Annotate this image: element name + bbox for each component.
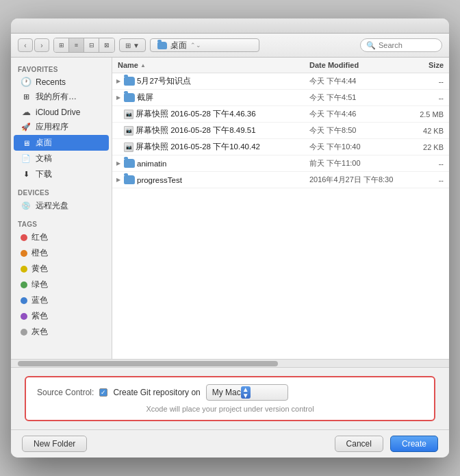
tag-dot-purple (21, 313, 27, 320)
file-name: 屏幕快照 2016-05-28 下午8.49.51 (136, 125, 256, 136)
sidebar-item-tag-green[interactable]: 绿色 (14, 277, 109, 292)
file-list: Name ▲ Date Modified Size ▶ 5月27号知识点 今天 … (112, 58, 449, 359)
icon-view-button[interactable]: ⊞ (54, 38, 69, 52)
location-selector[interactable]: 桌面 ⌃⌄ (150, 38, 259, 52)
tag-dot-red (21, 234, 27, 241)
table-row[interactable]: ▶ progressTest 2016年4月27日 下午8:30 -- (112, 172, 449, 188)
checkbox-check-icon: ✓ (101, 390, 106, 396)
source-control-row: Source Control: ✓ Create Git repository … (37, 384, 423, 401)
col-size-header[interactable]: Size (413, 60, 449, 71)
file-name: animatin (137, 160, 166, 168)
list-view-button[interactable]: ≡ (69, 38, 84, 52)
git-checkbox[interactable]: ✓ (99, 388, 107, 397)
tag-dot-green (21, 281, 27, 288)
file-list-header: Name ▲ Date Modified Size (112, 58, 449, 73)
new-folder-button[interactable]: New Folder (22, 436, 87, 452)
tag-dot-orange (21, 250, 27, 257)
action-button[interactable]: ⊞ ▼ (119, 38, 146, 52)
file-name-cell: 📷 屏幕快照 2016-05-28 下午10.40.42 (112, 140, 304, 153)
file-name: 截屏 (137, 92, 153, 103)
tag-label: 黄色 (31, 263, 48, 275)
all-files-icon: ⊞ (21, 92, 31, 101)
back-button[interactable]: ‹ (18, 38, 33, 52)
folder-icon (124, 175, 135, 184)
table-row[interactable]: 📷 屏幕快照 2016-05-28 下午10.40.42 今天 下午10:40 … (112, 139, 449, 155)
file-date: 前天 下午11:00 (304, 157, 413, 170)
file-date: 今天 下午4:51 (304, 91, 413, 104)
column-view-button[interactable]: ⊟ (84, 38, 99, 52)
location-label: 桌面 (170, 40, 187, 51)
location-folder-icon (157, 42, 167, 49)
sidebar-item-tag-blue[interactable]: 蓝色 (14, 292, 109, 308)
forward-button[interactable]: › (34, 38, 49, 52)
file-name-cell: ▶ 截屏 (112, 91, 304, 104)
sidebar-item-recents[interactable]: 🕐 Recents (14, 75, 109, 89)
file-date: 今天 下午8:50 (304, 124, 413, 137)
file-name-cell: 📷 屏幕快照 2016-05-28 下午8.49.51 (112, 124, 304, 137)
sidebar-item-label: iCloud Drive (36, 108, 80, 117)
table-row[interactable]: ▶ animatin 前天 下午11:00 -- (112, 155, 449, 172)
source-control-label: Source Control: (37, 388, 94, 397)
search-box[interactable]: 🔍 (360, 38, 442, 52)
sidebar: Favorites 🕐 Recents ⊞ 我的所有… ☁ iCloud Dri… (11, 58, 112, 359)
sidebar-item-label: 应用程序 (36, 121, 68, 133)
image-icon: 📷 (124, 126, 133, 136)
file-size: -- (413, 76, 449, 87)
disclosure-triangle: ▶ (115, 160, 122, 166)
save-dialog: ‹ › ⊞ ≡ ⊟ ⊠ ⊞ ▼ 桌面 ⌃⌄ 🔍 Favorites 🕐 (11, 18, 449, 458)
file-size: 2.5 MB (413, 109, 449, 120)
image-icon: 📷 (124, 142, 133, 152)
tag-dot-blue (21, 297, 27, 304)
col-name-header[interactable]: Name ▲ (112, 60, 304, 71)
scrollbar-thumb[interactable] (18, 361, 278, 366)
table-row[interactable]: 📷 屏幕快照 2016-05-28 下午8.49.51 今天 下午8:50 42… (112, 123, 449, 139)
file-date: 今天 下午4:44 (304, 75, 413, 88)
tag-dot-gray (21, 329, 27, 336)
nav-buttons: ‹ › (18, 38, 49, 52)
sidebar-item-tag-gray[interactable]: 灰色 (14, 324, 109, 340)
remote-disk-icon: 💿 (21, 201, 31, 210)
cancel-button[interactable]: Cancel (335, 436, 383, 452)
file-name-cell: ▶ animatin (112, 158, 304, 169)
sidebar-item-desktop[interactable]: 🖥 桌面 (14, 135, 109, 151)
view-switcher: ⊞ ≡ ⊟ ⊠ (53, 38, 115, 53)
sidebar-item-tag-red[interactable]: 红色 (14, 229, 109, 245)
sidebar-item-label: 我的所有… (36, 91, 77, 103)
sidebar-item-tag-purple[interactable]: 紫色 (14, 308, 109, 324)
sidebar-item-remote-disk[interactable]: 💿 远程光盘 (14, 198, 109, 214)
sidebar-item-tag-yellow[interactable]: 黄色 (14, 261, 109, 277)
source-control-area: Source Control: ✓ Create Git repository … (11, 367, 449, 429)
table-row[interactable]: ▶ 5月27号知识点 今天 下午4:44 -- (112, 73, 449, 90)
location-chevron: ⌃⌄ (190, 42, 201, 49)
table-row[interactable]: ▶ 截屏 今天 下午4:51 -- (112, 90, 449, 106)
tag-label: 蓝色 (31, 295, 48, 306)
git-location-dropdown[interactable]: My Mac ▲ ▼ (206, 384, 288, 401)
tag-dot-yellow (21, 266, 27, 273)
coverflow-view-button[interactable]: ⊠ (99, 38, 114, 52)
table-row[interactable]: 📷 屏幕快照 2016-05-28 下午4.46.36 今天 下午4:46 2.… (112, 106, 449, 123)
sidebar-item-tag-orange[interactable]: 橙色 (14, 245, 109, 261)
desktop-icon: 🖥 (21, 139, 31, 147)
file-date: 今天 下午10:40 (304, 140, 413, 153)
file-name-cell: ▶ 5月27号知识点 (112, 75, 304, 88)
main-area: Favorites 🕐 Recents ⊞ 我的所有… ☁ iCloud Dri… (11, 58, 449, 359)
create-button[interactable]: Create (390, 436, 438, 452)
horizontal-scrollbar[interactable] (11, 359, 449, 367)
sidebar-item-downloads[interactable]: ⬇ 下载 (14, 166, 109, 182)
sidebar-item-all-files[interactable]: ⊞ 我的所有… (14, 89, 109, 105)
sidebar-item-apps[interactable]: 🚀 应用程序 (14, 119, 109, 135)
search-input[interactable] (379, 41, 436, 49)
dropdown-arrow-icon: ▲ ▼ (241, 386, 251, 399)
sidebar-item-icloud[interactable]: ☁ iCloud Drive (14, 105, 109, 119)
col-date-header[interactable]: Date Modified (304, 60, 413, 71)
file-size: -- (413, 158, 449, 169)
action-arrow: ▼ (133, 42, 140, 49)
source-control-box: Source Control: ✓ Create Git repository … (25, 376, 435, 421)
file-name: progressTest (137, 176, 182, 184)
favorites-section-label: Favorites (11, 63, 112, 75)
sidebar-item-docs[interactable]: 📄 文稿 (14, 151, 109, 166)
file-date: 今天 下午4:46 (304, 108, 413, 121)
image-icon: 📷 (124, 110, 133, 119)
tag-label: 紫色 (31, 310, 48, 322)
file-name: 5月27号知识点 (137, 76, 191, 86)
